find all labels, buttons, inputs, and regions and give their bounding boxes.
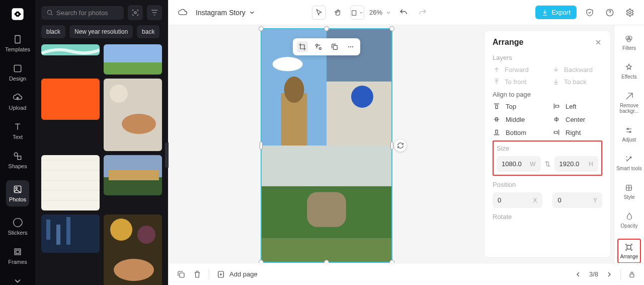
export-button[interactable]: Export: [535, 6, 577, 19]
help-icon[interactable]: [603, 6, 617, 20]
rail-design[interactable]: Design: [9, 63, 26, 82]
svg-point-37: [284, 77, 304, 103]
rr-arrange[interactable]: Arrange: [617, 239, 641, 263]
svg-rect-47: [333, 45, 337, 49]
svg-rect-7: [15, 249, 21, 255]
replace-tool[interactable]: [313, 41, 324, 52]
svg-rect-31: [352, 11, 356, 15]
zoom-control[interactable]: 26%: [369, 9, 391, 16]
position-label: Position: [493, 181, 602, 188]
photo-thumb[interactable]: [41, 79, 100, 120]
photo-thumb[interactable]: [41, 44, 100, 55]
lock-icon[interactable]: [628, 270, 636, 278]
canvas-wrapper[interactable]: [169, 25, 484, 263]
photo-thumb[interactable]: [104, 79, 162, 151]
height-input[interactable]: 1920.0H: [554, 156, 599, 172]
prev-page-button[interactable]: [574, 270, 582, 278]
chip-black[interactable]: black: [41, 25, 65, 38]
rail-stickers[interactable]: Stickers: [8, 218, 27, 236]
align-center[interactable]: Center: [552, 115, 602, 123]
add-page-button[interactable]: Add page: [216, 270, 258, 279]
close-icon[interactable]: [594, 38, 602, 46]
photo-thumb[interactable]: [104, 155, 162, 195]
rail-more[interactable]: [13, 276, 23, 285]
align-left[interactable]: Left: [552, 102, 602, 110]
svg-rect-41: [262, 146, 391, 186]
rail-templates[interactable]: Templates: [5, 34, 30, 52]
photo-thumb[interactable]: [41, 215, 100, 253]
photo-thumb[interactable]: [104, 44, 162, 75]
selection-handle[interactable]: [259, 26, 264, 31]
rail-photos[interactable]: Photos: [6, 180, 29, 206]
resize-dropdown[interactable]: [350, 6, 364, 20]
svg-point-48: [348, 46, 349, 47]
rr-smart-tools[interactable]: Smart tools: [615, 153, 643, 173]
next-page-button[interactable]: [605, 270, 613, 278]
layer-backward[interactable]: Backward: [552, 65, 602, 74]
width-input[interactable]: 1080.0W: [497, 156, 541, 172]
selection-handle[interactable]: [259, 260, 264, 263]
svg-rect-18: [41, 155, 100, 210]
selection-handle[interactable]: [389, 260, 394, 263]
shield-icon[interactable]: [583, 6, 597, 20]
rr-style[interactable]: Style: [622, 181, 635, 202]
svg-point-27: [110, 219, 132, 241]
story-canvas[interactable]: [261, 28, 392, 263]
cursor-tool[interactable]: [312, 6, 326, 20]
layer-forward[interactable]: Forward: [493, 65, 543, 74]
y-input[interactable]: 0Y: [552, 192, 602, 208]
selection-handle[interactable]: [390, 141, 393, 150]
selection-handle[interactable]: [260, 141, 263, 150]
selection-handle[interactable]: [389, 26, 394, 31]
delete-page-icon[interactable]: [193, 270, 202, 279]
layer-to-front[interactable]: To front: [493, 78, 543, 86]
image-search-button[interactable]: [128, 5, 143, 20]
refresh-button[interactable]: [394, 139, 407, 152]
svg-point-3: [14, 153, 18, 156]
photo-thumb[interactable]: [104, 215, 162, 285]
svg-point-35: [272, 57, 302, 71]
rr-opacity[interactable]: Opacity: [620, 210, 639, 231]
chevron-down-icon: [385, 10, 391, 16]
align-right[interactable]: Right: [552, 128, 602, 136]
align-middle[interactable]: Middle: [493, 115, 542, 123]
link-dimensions-icon[interactable]: ⇅: [545, 160, 550, 168]
search-input[interactable]: Search for photos: [41, 6, 124, 20]
rail-shapes[interactable]: Shapes: [8, 151, 27, 169]
duplicate-page-icon[interactable]: [177, 270, 186, 279]
rail-frames[interactable]: Frames: [8, 247, 27, 265]
x-input[interactable]: 0X: [493, 192, 542, 208]
rr-effects[interactable]: Effects: [620, 61, 637, 82]
canvas-image-bridge[interactable]: [262, 146, 391, 262]
crop-tool[interactable]: [297, 41, 308, 52]
project-title[interactable]: Instagram Story: [196, 9, 256, 17]
chip-back[interactable]: back: [137, 25, 159, 38]
align-top[interactable]: Top: [493, 102, 542, 110]
left-tool-rail: Templates Design Upload Text Shapes Phot…: [0, 0, 35, 285]
selection-handle[interactable]: [324, 26, 329, 31]
selection-handle[interactable]: [324, 260, 329, 263]
app-logo[interactable]: [10, 7, 26, 21]
cloud-sync-icon[interactable]: [176, 6, 190, 20]
rr-filters[interactable]: Filters: [621, 32, 637, 53]
photo-panel: Search for photos black New year resolut…: [35, 0, 168, 285]
filter-button[interactable]: [147, 5, 162, 20]
search-icon: [46, 9, 53, 16]
rr-remove-bg[interactable]: Remove backgr...: [614, 90, 644, 116]
duplicate-tool[interactable]: [329, 41, 340, 52]
svg-point-33: [629, 11, 631, 14]
photo-thumb[interactable]: [41, 155, 100, 210]
align-bottom[interactable]: Bottom: [493, 128, 542, 136]
rail-upload[interactable]: Upload: [9, 93, 27, 111]
more-tool[interactable]: [345, 41, 356, 52]
undo-button[interactable]: [396, 6, 411, 20]
chip-new-year[interactable]: New year resolution: [69, 25, 133, 38]
redo-button[interactable]: [416, 6, 430, 20]
settings-icon[interactable]: [623, 6, 637, 20]
rail-text[interactable]: Text: [13, 122, 23, 140]
search-placeholder: Search for photos: [56, 9, 108, 17]
rr-adjust[interactable]: Adjust: [621, 124, 637, 145]
hand-tool[interactable]: [331, 6, 345, 20]
layer-to-back[interactable]: To back: [552, 78, 602, 86]
svg-point-40: [351, 86, 373, 108]
